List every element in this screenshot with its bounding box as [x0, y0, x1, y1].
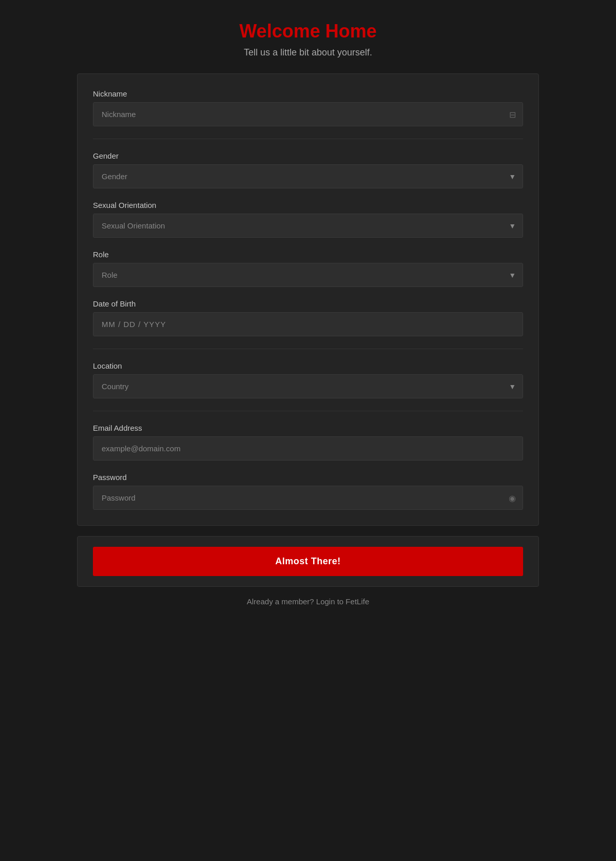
sexual-orientation-select-wrapper: Sexual Orientation Straight Gay Bisexual…	[93, 214, 523, 238]
gender-select-wrapper: Gender Male Female Non-binary Other ▼	[93, 164, 523, 188]
email-section: Email Address	[93, 424, 523, 461]
footer-login-link: Already a member? Login to FetLife	[77, 597, 539, 606]
page-container: Welcome Home Tell us a little bit about …	[77, 21, 539, 606]
nickname-input-wrapper: ⊟	[93, 102, 523, 126]
page-header: Welcome Home Tell us a little bit about …	[77, 21, 539, 58]
location-select-wrapper: Country United States United Kingdom Can…	[93, 374, 523, 398]
page-title: Welcome Home	[77, 21, 539, 42]
role-select[interactable]: Role Dominant Submissive Switch Other	[93, 263, 523, 287]
password-section: Password ◉	[93, 473, 523, 510]
divider-3	[93, 411, 523, 411]
role-section: Role Role Dominant Submissive Switch Oth…	[93, 250, 523, 287]
gender-section: Gender Gender Male Female Non-binary Oth…	[93, 151, 523, 188]
dob-label: Date of Birth	[93, 299, 523, 308]
email-input[interactable]	[93, 436, 523, 461]
password-input[interactable]	[93, 486, 523, 510]
location-section: Location Country United States United Ki…	[93, 361, 523, 398]
login-link[interactable]: Already a member? Login to FetLife	[247, 597, 369, 606]
divider-2	[93, 349, 523, 349]
nickname-section: Nickname ⊟	[93, 89, 523, 126]
dob-input[interactable]	[93, 312, 523, 336]
role-select-wrapper: Role Dominant Submissive Switch Other ▼	[93, 263, 523, 287]
role-label: Role	[93, 250, 523, 259]
dob-section: Date of Birth	[93, 299, 523, 336]
location-label: Location	[93, 361, 523, 370]
sexual-orientation-label: Sexual Orientation	[93, 201, 523, 209]
password-input-wrapper: ◉	[93, 486, 523, 510]
gender-select[interactable]: Gender Male Female Non-binary Other	[93, 164, 523, 188]
nickname-label: Nickname	[93, 89, 523, 98]
country-select[interactable]: Country United States United Kingdom Can…	[93, 374, 523, 398]
page-subtitle: Tell us a little bit about yourself.	[77, 47, 539, 58]
gender-label: Gender	[93, 151, 523, 160]
divider-1	[93, 139, 523, 139]
nickname-input[interactable]	[93, 102, 523, 126]
sexual-orientation-select[interactable]: Sexual Orientation Straight Gay Bisexual…	[93, 214, 523, 238]
email-label: Email Address	[93, 424, 523, 432]
sexual-orientation-section: Sexual Orientation Sexual Orientation St…	[93, 201, 523, 238]
submit-card: Almost There!	[77, 536, 539, 587]
password-label: Password	[93, 473, 523, 482]
main-form-card: Nickname ⊟ Gender Gender Male Female Non…	[77, 73, 539, 526]
submit-button[interactable]: Almost There!	[93, 547, 523, 576]
